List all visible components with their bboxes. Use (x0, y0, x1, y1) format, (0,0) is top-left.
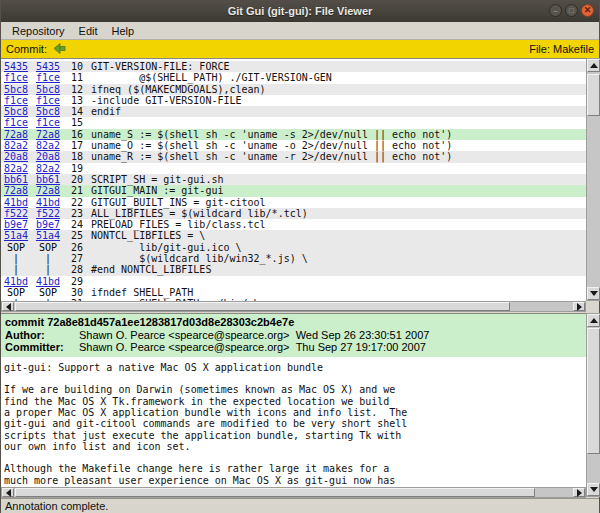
blame-line[interactable]: ||28#end NONTCL_LIBFILES (1, 264, 586, 275)
commit-sha-link[interactable]: bb61 (35, 174, 61, 185)
scroll-right-icon[interactable] (573, 302, 585, 311)
commit-sha-link[interactable]: 20a8 (35, 151, 61, 162)
commit-sha-link[interactable]: 51a4 (3, 230, 29, 241)
minimize-button[interactable]: – (549, 4, 562, 17)
line-number: 19 (61, 163, 83, 174)
blame-hscrollbar[interactable] (1, 301, 586, 312)
blame-line[interactable]: f1cef1ce11 @$(SHELL_PATH) ./GIT-VERSION-… (1, 72, 586, 83)
commit-sha-link[interactable]: 5bc8 (35, 106, 61, 117)
message-line: If we are building on Darwin (sometimes … (4, 384, 583, 395)
commit-sha-link[interactable]: b9e7 (3, 219, 29, 230)
blame-line[interactable]: 51a451a425NONTCL_LIBFILES = \ (1, 230, 586, 241)
blame-line[interactable]: 20a820a818uname_R := $(shell sh -c 'unam… (1, 151, 586, 162)
blame-view[interactable]: 5435543510GIT-VERSION-FILE: FORCEf1cef1c… (1, 58, 586, 301)
commit-sha-link[interactable]: 41bd (3, 276, 29, 287)
commit-sha-link[interactable]: 51a4 (35, 230, 61, 241)
menu-repository[interactable]: Repository (5, 24, 72, 38)
commit-sha-link[interactable]: 72a8 (35, 185, 61, 196)
commit-sha-link[interactable]: 82a2 (3, 140, 29, 151)
commit-sha-link[interactable]: 5bc8 (3, 84, 29, 95)
message-vscroll-thumb[interactable] (587, 328, 600, 454)
commit-sha-link[interactable]: bb61 (3, 174, 29, 185)
menu-help[interactable]: Help (105, 24, 142, 38)
line-number: 27 (61, 253, 83, 264)
line-number: 18 (61, 151, 83, 162)
code-text: GITGUI_BUILT_INS = git-citool (91, 197, 266, 208)
blame-line[interactable]: 5bc85bc814endif (1, 106, 586, 117)
line-number: 29 (61, 276, 83, 287)
blame-line[interactable]: b9e7b9e724PRELOAD_FILES = lib/class.tcl (1, 219, 586, 230)
blame-line[interactable]: 72a872a821GITGUI_MAIN := git-gui (1, 185, 586, 196)
commit-sha-link[interactable]: f1ce (3, 72, 29, 83)
commit-sha-link[interactable]: 82a2 (3, 163, 29, 174)
commit-sha-link[interactable]: 5435 (35, 61, 61, 72)
scroll-left-icon[interactable] (2, 488, 14, 497)
commit-sha-link[interactable]: 41bd (3, 197, 29, 208)
commit-sha-link[interactable]: 5bc8 (3, 106, 29, 117)
commit-sha-link[interactable]: 72a8 (35, 129, 61, 140)
author-date: Wed Sep 26 23:30:51 2007 (296, 329, 430, 342)
commit-sha-link[interactable]: f522 (35, 208, 61, 219)
commit-sha-link[interactable]: f1ce (35, 72, 61, 83)
menubar: Repository Edit Help (1, 22, 599, 40)
message-vscrollbar[interactable] (586, 313, 600, 497)
blame-vscrollbar[interactable] (586, 58, 600, 301)
blame-line[interactable]: 5bc85bc812ifneq ($(MAKECMDGOALS),clean) (1, 84, 586, 95)
blame-line[interactable]: 41bd41bd22GITGUI_BUILT_INS = git-citool (1, 197, 586, 208)
message-hscroll-thumb[interactable] (15, 488, 535, 497)
line-number: 15 (61, 117, 83, 128)
scroll-up-icon[interactable] (587, 314, 600, 327)
message-line: a proper Mac OS X application bundle wit… (4, 407, 583, 418)
blame-line[interactable]: bb61bb6120SCRIPT_SH = git-gui.sh (1, 174, 586, 185)
commit-sha-link[interactable]: f1ce (3, 95, 29, 106)
scroll-right-icon[interactable] (573, 488, 585, 497)
commit-message: git-gui: Support a native Mac OS X appli… (1, 357, 586, 487)
blame-line[interactable]: 5435543510GIT-VERSION-FILE: FORCE (1, 61, 586, 72)
maximize-button[interactable]: □ (565, 4, 578, 17)
commit-sha-link[interactable]: f522 (3, 208, 29, 219)
code-text: NONTCL_LIBFILES = \ (91, 230, 205, 241)
commit-sha-link[interactable]: 82a2 (35, 140, 61, 151)
commit-sha-link[interactable]: f1ce (35, 95, 61, 106)
line-number: 17 (61, 140, 83, 151)
scroll-up-icon[interactable] (587, 59, 600, 72)
commit-sha-link[interactable]: 72a8 (3, 129, 29, 140)
blame-line[interactable]: 82a282a219 (1, 163, 586, 174)
commit-sha-link[interactable]: 72a8 (3, 185, 29, 196)
line-number: 26 (61, 242, 83, 253)
blame-line[interactable]: f1cef1ce13-include GIT-VERSION-FILE (1, 95, 586, 106)
message-line: much more pleasant user experience on Ma… (4, 475, 583, 486)
blame-line[interactable]: 41bd41bd29 (1, 276, 586, 287)
close-button[interactable]: ✕ (581, 4, 594, 17)
message-hscrollbar[interactable] (1, 487, 586, 498)
blame-line[interactable]: f1cef1ce15 (1, 117, 586, 128)
blame-line[interactable]: f522f52223ALL_LIBFILES = $(wildcard lib/… (1, 208, 586, 219)
blame-line[interactable]: 82a282a217uname_O := $(shell sh -c 'unam… (1, 140, 586, 151)
code-text: uname_R := $(shell sh -c 'uname -r 2>/de… (91, 151, 452, 162)
blame-line[interactable]: SOPSOP30ifndef SHELL_PATH (1, 287, 586, 298)
commit-sha-link[interactable]: f1ce (3, 117, 29, 128)
group-marker: SOP (3, 242, 29, 253)
status-bar: Annotation complete. (1, 498, 599, 513)
group-marker: | (3, 253, 29, 264)
scroll-down-icon[interactable] (587, 287, 600, 300)
commit-sha-link[interactable]: 5bc8 (35, 84, 61, 95)
blame-line[interactable]: 72a872a816uname_S := $(shell sh -c 'unam… (1, 129, 586, 140)
menu-edit[interactable]: Edit (72, 24, 105, 38)
commit-sha-link[interactable]: 82a2 (35, 163, 61, 174)
commit-sha-link[interactable]: 41bd (35, 276, 61, 287)
blame-vscroll-thumb[interactable] (587, 74, 600, 116)
window-title: Git Gui (git-gui): File Viewer (1, 5, 599, 17)
commit-sha-link[interactable]: 20a8 (3, 151, 29, 162)
blame-line[interactable]: SOPSOP26 lib/git-gui.ico \ (1, 242, 586, 253)
commit-sha-link[interactable]: f1ce (35, 117, 61, 128)
blame-hscroll-thumb[interactable] (15, 302, 510, 311)
commit-sha-link[interactable]: 41bd (35, 197, 61, 208)
titlebar[interactable]: Git Gui (git-gui): File Viewer – □ ✕ (1, 0, 599, 22)
commit-sha-link[interactable]: 5435 (3, 61, 29, 72)
line-number: 22 (61, 197, 83, 208)
commit-sha-link[interactable]: b9e7 (35, 219, 61, 230)
scroll-down-icon[interactable] (587, 483, 600, 496)
blame-line[interactable]: ||27 $(wildcard lib/win32_*.js) \ (1, 253, 586, 264)
scroll-left-icon[interactable] (2, 302, 14, 311)
